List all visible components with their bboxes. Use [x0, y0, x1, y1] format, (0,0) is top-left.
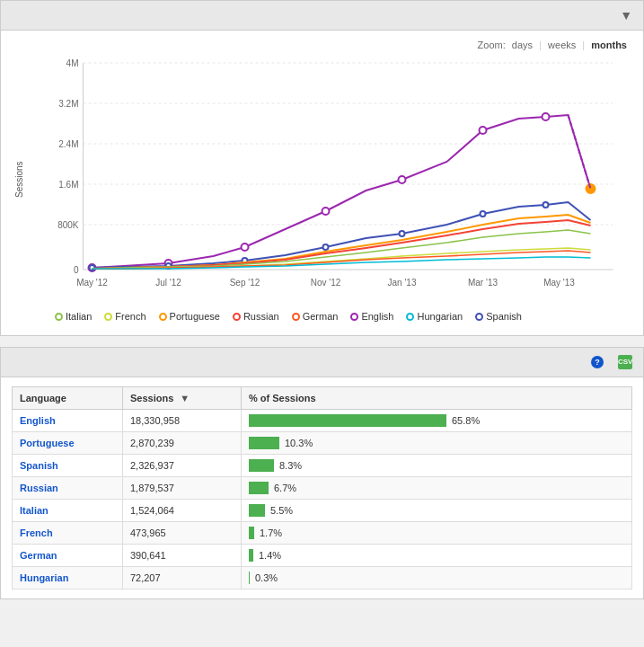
detailed-view-header: ? CSV — [1, 348, 643, 377]
sessions-panel-header: ▼ — [1, 1, 643, 31]
svg-text:800K: 800K — [57, 220, 79, 230]
portuguese-legend-dot — [159, 313, 167, 321]
english-legend-dot — [350, 313, 358, 321]
pct-label: 1.7% — [260, 527, 282, 538]
chart-area: Sessions 4M 3.2M 2.4M 1.6M — [10, 54, 634, 306]
svg-point-33 — [481, 211, 486, 217]
russian-legend-dot — [233, 313, 241, 321]
legend-hungarian: Hungarian — [406, 311, 463, 322]
detailed-view-panel: ? CSV Language Sessions ▼ % of Sessions … — [0, 347, 644, 599]
german-legend-dot — [292, 313, 300, 321]
svg-text:1.6M: 1.6M — [58, 180, 78, 190]
bar-cell: 5.5% — [249, 504, 624, 517]
hungarian-legend-label: Hungarian — [417, 311, 463, 322]
svg-line-36 — [569, 115, 591, 189]
pct-label: 65.8% — [452, 415, 480, 426]
chart-svg-element: 4M 3.2M 2.4M 1.6M 800K 0 May '12 Jul '12… — [26, 54, 634, 306]
cell-language: Spanish — [13, 455, 123, 477]
legend-items: Italian French Portuguese Russian German — [55, 311, 625, 322]
bar-cell: 8.3% — [249, 459, 624, 472]
french-legend-label: French — [115, 311, 146, 322]
legend-german: German — [292, 311, 339, 322]
pct-bar — [249, 482, 269, 494]
table-row: Hungarian 72,207 0.3% — [13, 567, 632, 589]
cell-sessions: 2,326,937 — [122, 455, 241, 477]
cell-language: Portuguese — [13, 432, 123, 455]
svg-point-32 — [400, 231, 405, 236]
sessions-panel: ▼ Zoom: days | weeks | months Sessions — [0, 0, 644, 336]
svg-text:4M: 4M — [66, 58, 79, 68]
spanish-legend-dot — [475, 313, 483, 321]
cell-sessions: 473,965 — [122, 522, 241, 545]
chart-container: Zoom: days | weeks | months Sessions — [1, 31, 643, 335]
language-link[interactable]: Spanish — [20, 460, 58, 471]
bar-cell: 1.4% — [249, 549, 624, 562]
language-link[interactable]: Portuguese — [20, 438, 75, 448]
svg-point-26 — [543, 113, 550, 120]
bar-cell: 10.3% — [249, 437, 624, 449]
cell-pct: 10.3% — [242, 432, 632, 455]
sort-arrow: ▼ — [180, 393, 190, 403]
cell-pct: 1.4% — [242, 545, 632, 567]
svg-text:Sep '12: Sep '12 — [230, 278, 260, 288]
svg-point-24 — [399, 176, 406, 183]
svg-point-22 — [242, 244, 249, 251]
svg-text:0: 0 — [74, 265, 79, 275]
y-axis-label: Sessions — [10, 54, 26, 306]
legend-english: English — [350, 311, 393, 322]
table-row: French 473,965 1.7% — [13, 522, 632, 545]
pct-label: 5.5% — [270, 505, 293, 516]
detail-body: Language Sessions ▼ % of Sessions Englis… — [1, 377, 643, 598]
cell-language: German — [13, 545, 123, 567]
detail-actions: ? CSV — [584, 355, 632, 369]
portuguese-legend-label: Portuguese — [170, 311, 220, 322]
legend-portuguese: Portuguese — [159, 311, 220, 322]
table-row: Italian 1,524,064 5.5% — [13, 500, 632, 522]
cell-pct: 1.7% — [242, 522, 632, 545]
col-pct-sessions: % of Sessions — [242, 387, 632, 410]
col-language: Language — [13, 387, 123, 410]
svg-text:May '12: May '12 — [76, 278, 108, 288]
cell-sessions: 1,524,064 — [122, 500, 241, 522]
pct-bar — [249, 504, 265, 517]
table-row: Spanish 2,326,937 8.3% — [13, 455, 632, 477]
cell-sessions: 18,330,958 — [122, 410, 241, 432]
legend-italian: Italian — [55, 311, 92, 322]
cell-language: Italian — [13, 500, 123, 522]
language-link[interactable]: Italian — [20, 505, 49, 516]
svg-point-23 — [322, 208, 330, 215]
language-link[interactable]: Hungarian — [20, 572, 68, 583]
svg-point-25 — [480, 127, 487, 134]
table-row: Russian 1,879,537 6.7% — [13, 477, 632, 500]
table-row: German 390,641 1.4% — [13, 545, 632, 567]
table-header: Language Sessions ▼ % of Sessions — [13, 387, 632, 410]
data-table: Language Sessions ▼ % of Sessions Englis… — [12, 386, 632, 589]
svg-text:2.4M: 2.4M — [58, 139, 78, 149]
language-link[interactable]: English — [20, 415, 56, 426]
svg-point-34 — [543, 202, 549, 208]
zoom-days[interactable]: days — [512, 40, 533, 50]
cell-language: Russian — [13, 477, 123, 500]
table-row: Portuguese 2,870,239 10.3% — [13, 432, 632, 455]
hungarian-legend-dot — [406, 313, 414, 321]
cell-language: Hungarian — [13, 567, 123, 589]
bar-cell: 6.7% — [249, 482, 624, 494]
language-link[interactable]: German — [20, 550, 57, 561]
italian-legend-dot — [55, 313, 63, 321]
german-legend-label: German — [303, 311, 339, 322]
svg-point-31 — [323, 244, 329, 250]
zoom-weeks[interactable]: weeks — [548, 40, 576, 50]
language-link[interactable]: French — [20, 527, 53, 538]
col-sessions[interactable]: Sessions ▼ — [122, 387, 241, 410]
legend-french: French — [104, 311, 146, 322]
cell-sessions: 390,641 — [122, 545, 241, 567]
language-link[interactable]: Russian — [20, 483, 58, 493]
cell-sessions: 2,870,239 — [122, 432, 241, 455]
sessions-dropdown-icon[interactable]: ▼ — [620, 8, 632, 22]
svg-text:3.2M: 3.2M — [58, 99, 78, 109]
zoom-months[interactable]: months — [591, 40, 627, 50]
zoom-bar: Zoom: days | weeks | months — [10, 40, 634, 50]
svg-text:Nov '12: Nov '12 — [311, 278, 341, 288]
cell-pct: 8.3% — [242, 455, 632, 477]
pct-bar — [249, 414, 446, 427]
